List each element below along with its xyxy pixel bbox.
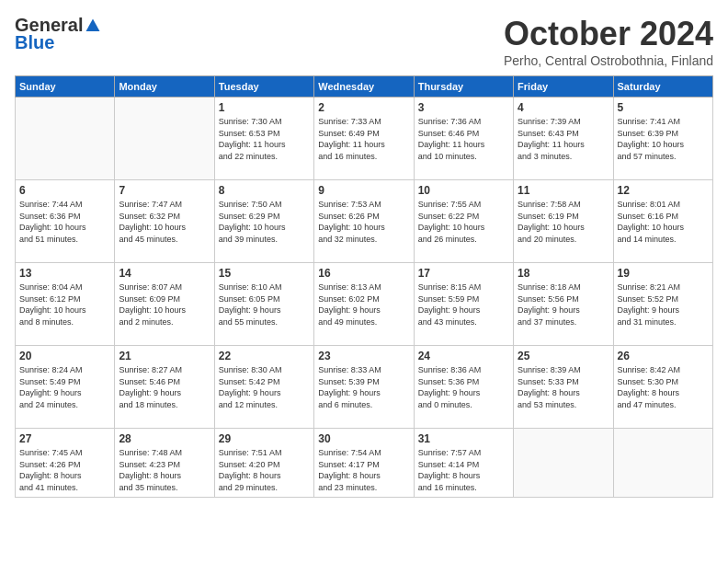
day-info: Sunrise: 7:36 AM Sunset: 6:46 PM Dayligh…	[418, 116, 509, 162]
day-info: Sunrise: 7:50 AM Sunset: 6:29 PM Dayligh…	[219, 199, 310, 245]
day-of-week-header: Tuesday	[214, 76, 313, 98]
day-number: 21	[119, 350, 210, 362]
day-info: Sunrise: 7:44 AM Sunset: 6:36 PM Dayligh…	[19, 199, 110, 245]
day-info: Sunrise: 8:10 AM Sunset: 6:05 PM Dayligh…	[219, 282, 310, 327]
title-section: October 2024 Perho, Central Ostrobothnia…	[504, 15, 713, 68]
calendar-day: 29Sunrise: 7:51 AM Sunset: 4:20 PM Dayli…	[214, 429, 313, 498]
day-info: Sunrise: 7:48 AM Sunset: 4:23 PM Dayligh…	[119, 447, 210, 493]
calendar-day: 19Sunrise: 8:21 AM Sunset: 5:52 PM Dayli…	[613, 263, 712, 346]
calendar-day: 5Sunrise: 7:41 AM Sunset: 6:39 PM Daylig…	[613, 98, 712, 180]
day-number: 4	[518, 101, 609, 114]
svg-marker-0	[86, 18, 100, 31]
calendar-day: 3Sunrise: 7:36 AM Sunset: 6:46 PM Daylig…	[414, 98, 513, 180]
month-title: October 2024	[504, 15, 713, 53]
day-number: 31	[418, 432, 509, 445]
calendar-day: 22Sunrise: 8:30 AM Sunset: 5:42 PM Dayli…	[214, 346, 313, 429]
calendar-day: 20Sunrise: 8:24 AM Sunset: 5:49 PM Dayli…	[16, 346, 115, 429]
day-of-week-header: Monday	[115, 76, 214, 98]
calendar-day: 23Sunrise: 8:33 AM Sunset: 5:39 PM Dayli…	[314, 346, 414, 429]
day-info: Sunrise: 7:33 AM Sunset: 6:49 PM Dayligh…	[318, 116, 409, 162]
calendar-day: 26Sunrise: 8:42 AM Sunset: 5:30 PM Dayli…	[613, 346, 712, 429]
calendar-day: 14Sunrise: 8:07 AM Sunset: 6:09 PM Dayli…	[115, 263, 214, 346]
day-info: Sunrise: 7:47 AM Sunset: 6:32 PM Dayligh…	[119, 199, 210, 245]
calendar-day: 16Sunrise: 8:13 AM Sunset: 6:02 PM Dayli…	[314, 263, 414, 346]
day-number: 18	[518, 267, 609, 280]
calendar-day	[16, 98, 115, 180]
day-number: 14	[119, 267, 210, 280]
calendar-day: 17Sunrise: 8:15 AM Sunset: 5:59 PM Dayli…	[414, 263, 513, 346]
calendar-day: 10Sunrise: 7:55 AM Sunset: 6:22 PM Dayli…	[414, 180, 513, 263]
day-number: 10	[418, 184, 509, 197]
day-number: 11	[518, 184, 609, 197]
day-info: Sunrise: 7:54 AM Sunset: 4:17 PM Dayligh…	[318, 447, 409, 493]
day-info: Sunrise: 8:39 AM Sunset: 5:33 PM Dayligh…	[518, 364, 609, 410]
calendar-day: 8Sunrise: 7:50 AM Sunset: 6:29 PM Daylig…	[214, 180, 313, 263]
calendar-day: 15Sunrise: 8:10 AM Sunset: 6:05 PM Dayli…	[214, 263, 313, 346]
day-number: 16	[318, 267, 409, 280]
day-number: 13	[19, 267, 110, 280]
day-info: Sunrise: 8:36 AM Sunset: 5:36 PM Dayligh…	[418, 364, 509, 410]
day-info: Sunrise: 7:45 AM Sunset: 4:26 PM Dayligh…	[19, 447, 110, 493]
day-number: 3	[418, 101, 509, 114]
day-info: Sunrise: 7:57 AM Sunset: 4:14 PM Dayligh…	[418, 447, 509, 493]
calendar-day: 27Sunrise: 7:45 AM Sunset: 4:26 PM Dayli…	[16, 429, 115, 498]
calendar-day: 28Sunrise: 7:48 AM Sunset: 4:23 PM Dayli…	[115, 429, 214, 498]
day-number: 22	[219, 350, 310, 362]
calendar-day: 2Sunrise: 7:33 AM Sunset: 6:49 PM Daylig…	[314, 98, 414, 180]
day-of-week-header: Sunday	[16, 76, 115, 98]
day-of-week-header: Wednesday	[314, 76, 414, 98]
day-number: 20	[19, 350, 110, 362]
day-info: Sunrise: 8:07 AM Sunset: 6:09 PM Dayligh…	[119, 282, 210, 327]
calendar-day: 24Sunrise: 8:36 AM Sunset: 5:36 PM Dayli…	[414, 346, 513, 429]
day-info: Sunrise: 7:58 AM Sunset: 6:19 PM Dayligh…	[518, 199, 609, 245]
day-number: 7	[119, 184, 210, 197]
day-number: 19	[618, 267, 709, 280]
day-info: Sunrise: 7:41 AM Sunset: 6:39 PM Dayligh…	[618, 116, 709, 162]
day-number: 9	[318, 184, 409, 197]
day-info: Sunrise: 8:13 AM Sunset: 6:02 PM Dayligh…	[318, 282, 409, 327]
day-info: Sunrise: 7:55 AM Sunset: 6:22 PM Dayligh…	[418, 199, 509, 245]
calendar-day: 25Sunrise: 8:39 AM Sunset: 5:33 PM Dayli…	[514, 346, 613, 429]
calendar-day: 9Sunrise: 7:53 AM Sunset: 6:26 PM Daylig…	[314, 180, 414, 263]
day-number: 23	[318, 350, 409, 362]
day-number: 24	[418, 350, 509, 362]
day-number: 28	[119, 432, 210, 445]
calendar-day: 30Sunrise: 7:54 AM Sunset: 4:17 PM Dayli…	[314, 429, 414, 498]
day-info: Sunrise: 8:27 AM Sunset: 5:46 PM Dayligh…	[119, 364, 210, 410]
day-info: Sunrise: 8:21 AM Sunset: 5:52 PM Dayligh…	[618, 282, 709, 327]
calendar-day: 1Sunrise: 7:30 AM Sunset: 6:53 PM Daylig…	[214, 98, 313, 180]
calendar-day: 11Sunrise: 7:58 AM Sunset: 6:19 PM Dayli…	[514, 180, 613, 263]
day-of-week-header: Saturday	[613, 76, 712, 98]
calendar-day: 18Sunrise: 8:18 AM Sunset: 5:56 PM Dayli…	[514, 263, 613, 346]
calendar-day: 13Sunrise: 8:04 AM Sunset: 6:12 PM Dayli…	[16, 263, 115, 346]
day-info: Sunrise: 7:39 AM Sunset: 6:43 PM Dayligh…	[518, 116, 609, 162]
day-number: 26	[618, 350, 709, 362]
calendar-day: 12Sunrise: 8:01 AM Sunset: 6:16 PM Dayli…	[613, 180, 712, 263]
calendar-day	[613, 429, 712, 498]
calendar-day: 31Sunrise: 7:57 AM Sunset: 4:14 PM Dayli…	[414, 429, 513, 498]
day-info: Sunrise: 8:30 AM Sunset: 5:42 PM Dayligh…	[219, 364, 310, 410]
calendar-header-row: SundayMondayTuesdayWednesdayThursdayFrid…	[16, 76, 713, 98]
calendar-day: 6Sunrise: 7:44 AM Sunset: 6:36 PM Daylig…	[16, 180, 115, 263]
logo-blue-text: Blue	[15, 32, 54, 53]
calendar-day: 7Sunrise: 7:47 AM Sunset: 6:32 PM Daylig…	[115, 180, 214, 263]
calendar-day	[115, 98, 214, 180]
day-number: 27	[19, 432, 110, 445]
day-number: 25	[518, 350, 609, 362]
calendar-day	[514, 429, 613, 498]
day-number: 1	[219, 101, 310, 114]
day-number: 5	[618, 101, 709, 114]
location: Perho, Central Ostrobothnia, Finland	[504, 53, 713, 68]
logo: General Blue	[15, 15, 103, 53]
day-number: 6	[19, 184, 110, 197]
calendar-day: 21Sunrise: 8:27 AM Sunset: 5:46 PM Dayli…	[115, 346, 214, 429]
day-info: Sunrise: 8:04 AM Sunset: 6:12 PM Dayligh…	[19, 282, 110, 327]
day-number: 12	[618, 184, 709, 197]
day-info: Sunrise: 8:33 AM Sunset: 5:39 PM Dayligh…	[318, 364, 409, 410]
day-of-week-header: Friday	[514, 76, 613, 98]
day-info: Sunrise: 8:18 AM Sunset: 5:56 PM Dayligh…	[518, 282, 609, 327]
day-info: Sunrise: 8:42 AM Sunset: 5:30 PM Dayligh…	[618, 364, 709, 410]
page-header: General Blue October 2024 Perho, Central…	[15, 15, 713, 68]
calendar-day: 4Sunrise: 7:39 AM Sunset: 6:43 PM Daylig…	[514, 98, 613, 180]
logo-icon	[85, 17, 101, 34]
